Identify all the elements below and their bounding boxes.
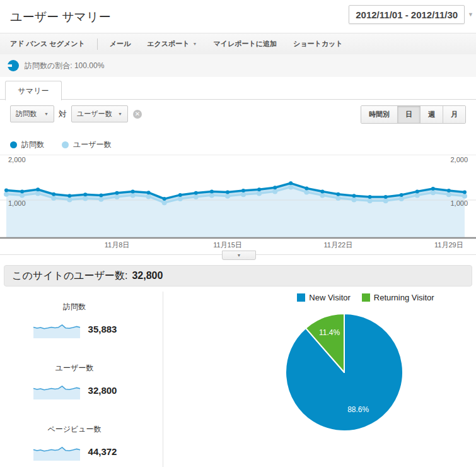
timeline-legend: 訪問数 ユーザー数	[10, 139, 112, 150]
granularity-day-button[interactable]: 日	[397, 106, 420, 123]
tab-underline	[0, 99, 476, 100]
granularity-hourly-button[interactable]: 時間別	[361, 106, 397, 123]
visits-point	[400, 193, 403, 197]
visits-point	[52, 192, 55, 196]
report-toolbar: アド バンス セグメント メール エクスポート ▼ マイレポートに追加 ショート…	[0, 33, 476, 55]
users-point	[178, 196, 183, 201]
x-axis-label: 11月8日	[105, 241, 130, 249]
visits-point	[4, 189, 8, 192]
metric-sparkline	[32, 442, 81, 461]
vs-label: 対	[59, 109, 67, 120]
metric-sparkline	[32, 319, 81, 338]
active-segment-bar: 訪問数の割合: 100.00%	[0, 54, 476, 77]
users-point	[272, 189, 277, 194]
tab-summary[interactable]: サマリー	[5, 81, 62, 100]
visits-point	[352, 194, 356, 198]
x-axis-label: 11月22日	[324, 241, 353, 249]
metric-pageviews-value: 44,372	[88, 446, 117, 457]
metric-visits: 訪問数 35,883	[18, 302, 131, 338]
page-title: ユーザー サマリー	[10, 9, 111, 25]
visits-point	[131, 189, 135, 193]
visits-point	[273, 186, 277, 189]
visits-point	[210, 189, 214, 193]
visits-point	[163, 197, 166, 201]
chevron-down-icon[interactable]: ▼	[468, 11, 473, 18]
summary-value: 32,800	[132, 270, 163, 281]
metric-visits-value: 35,883	[88, 324, 117, 334]
metric-visits-label: 訪問数	[18, 302, 131, 312]
y-axis-label: 2,000	[450, 156, 468, 163]
export-button[interactable]: エクスポート ▼	[139, 39, 205, 49]
sparkline-area	[33, 325, 80, 338]
visits-point	[257, 187, 261, 191]
users-point	[288, 185, 293, 190]
visits-users-timeline-chart: 1,0001,0002,0002,00011月8日11月15日11月22日11月…	[0, 155, 476, 254]
visits-point	[447, 189, 451, 192]
users-point	[131, 193, 136, 198]
legend-item-users: ユーザー数	[62, 139, 112, 150]
metric-users: ユーザー数 32,800	[18, 363, 131, 399]
visits-point	[20, 189, 24, 193]
users-point	[98, 197, 103, 202]
sparkline-area	[33, 447, 80, 461]
visits-point	[384, 195, 388, 199]
users-point	[399, 196, 404, 201]
metric-sparkline	[32, 381, 81, 399]
users-point	[257, 191, 262, 196]
granularity-month-button[interactable]: 月	[443, 106, 465, 123]
column-divider	[163, 292, 163, 467]
email-button[interactable]: メール	[102, 39, 139, 49]
site-users-summary-bar: このサイトのユーザー数: 32,800	[4, 265, 472, 287]
users-point	[304, 190, 309, 195]
users-point	[162, 200, 167, 205]
visits-point	[305, 186, 308, 190]
users-point	[241, 192, 246, 197]
visits-point	[368, 195, 372, 199]
visits-point	[336, 192, 340, 196]
y-axis-label: 1,000	[450, 199, 468, 207]
users-point	[194, 194, 199, 199]
chevron-down-icon: ▼	[113, 112, 122, 116]
pie-slice-label: 88.6%	[347, 405, 369, 414]
visits-point	[194, 191, 198, 195]
advanced-segments-button[interactable]: アド バンス セグメント	[10, 39, 93, 49]
granularity-control: 時間別 日 週 月	[361, 105, 466, 124]
visits-point	[320, 189, 324, 193]
metric-users-label: ユーザー数	[18, 363, 131, 374]
users-point	[335, 196, 340, 201]
export-button-label: エクスポート	[147, 39, 189, 49]
users-point	[146, 194, 151, 199]
users-dot-icon	[62, 141, 69, 148]
users-point	[4, 192, 9, 197]
chart-collapse-handle[interactable]: ▼	[222, 251, 256, 260]
y-axis-label: 1,000	[8, 199, 26, 207]
granularity-week-button[interactable]: 週	[420, 106, 443, 123]
users-point	[67, 197, 72, 202]
metric-select-dropdown[interactable]: 訪問数 ▼	[10, 105, 54, 122]
metric-users-value: 32,800	[88, 385, 117, 396]
segment-label: 訪問数の割合: 100.00%	[25, 61, 104, 71]
visits-point	[241, 189, 245, 192]
add-to-dashboard-button[interactable]: マイレポートに追加	[205, 39, 285, 49]
shortcut-button[interactable]: ショートカット	[285, 39, 351, 49]
segment-pie-icon	[8, 60, 19, 71]
compare-select-dropdown[interactable]: ユーザー数 ▼	[71, 105, 128, 122]
visits-point	[226, 191, 229, 194]
users-point	[352, 197, 357, 202]
chevron-down-icon: ▼	[39, 112, 49, 116]
legend-visits-label: 訪問数	[21, 139, 44, 150]
legend-users-label: ユーザー数	[73, 139, 112, 150]
users-point	[209, 193, 214, 198]
visits-point	[178, 193, 182, 197]
date-range-selector[interactable]: 2012/11/01 - 2012/11/30 ▼	[349, 5, 473, 24]
users-point	[462, 194, 467, 199]
date-range-value[interactable]: 2012/11/01 - 2012/11/30	[349, 5, 465, 24]
visits-point	[415, 189, 419, 193]
visits-point	[36, 187, 40, 191]
users-point	[115, 194, 120, 199]
visits-point	[147, 191, 151, 194]
visits-point	[115, 191, 119, 195]
clear-compare-icon[interactable]: ✕	[133, 110, 142, 119]
visits-point	[463, 191, 467, 194]
visits-point	[99, 194, 103, 198]
